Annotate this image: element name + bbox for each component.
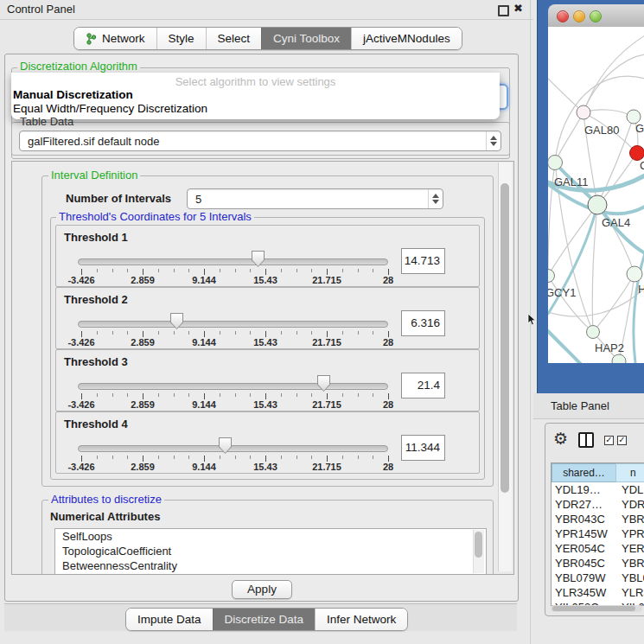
table-row[interactable]: YBL079W YBL0	[552, 571, 644, 585]
tab-discretize-data[interactable]: Discretize Data	[213, 609, 316, 630]
settings-scroll-pane: Interval Definition Number of Intervals …	[11, 161, 514, 575]
mouse-cursor	[527, 314, 537, 327]
tab-style[interactable]: Style	[156, 28, 206, 49]
network-view-window[interactable]: GAL80 GA C GAL11 GAL4 GCY1 H HAP2	[537, 0, 644, 393]
interval-definition-label: Interval Definition	[48, 169, 140, 182]
network-nodes	[548, 105, 644, 363]
list-item[interactable]: SelfLoops	[55, 529, 486, 544]
node-label: GAL4	[602, 216, 630, 229]
tick-label: 28	[383, 462, 393, 472]
node-gal4[interactable]	[588, 195, 607, 214]
cell-name: YER0	[622, 541, 644, 556]
tab-infer-network[interactable]: Infer Network	[315, 609, 407, 630]
vertical-scrollbar[interactable]	[498, 163, 512, 571]
tick-label: 15.43	[253, 462, 277, 472]
node-label: GCY1	[548, 286, 576, 299]
table-panel-title: Table Panel	[551, 399, 609, 412]
threshold-label: Threshold 3	[64, 355, 128, 368]
slider-track[interactable]	[78, 445, 388, 452]
screen: Control Panel ✖ Network Style Select Cyn…	[0, 0, 644, 644]
node-gal11[interactable]	[548, 156, 563, 170]
threshold-value-field[interactable]: 6.316	[401, 310, 445, 336]
vertical-scrollbar-thumb[interactable]	[501, 183, 509, 493]
tab-cyni-toolbox[interactable]: Cyni Toolbox	[261, 28, 351, 49]
float-window-icon[interactable]	[498, 5, 509, 16]
split-columns-icon[interactable]	[578, 432, 594, 448]
tick-label: -3.426	[67, 275, 94, 285]
dropdown-item-manual-discretization[interactable]: Manual Discretization	[13, 88, 133, 101]
table-row[interactable]: YLR345W YLR3	[552, 585, 644, 600]
list-item[interactable]: BetweennessCentrality	[55, 558, 486, 573]
column-header-name[interactable]: n	[615, 463, 644, 482]
node-gal80[interactable]	[577, 105, 590, 119]
network-canvas[interactable]: GAL80 GA C GAL11 GAL4 GCY1 H HAP2	[548, 27, 644, 363]
network-window-titlebar[interactable]	[548, 4, 644, 28]
node-table: shared… n YDL19… YDL1 YDR27… YDR2 YBR043…	[551, 462, 644, 606]
checkbox-icon[interactable]: ✓	[617, 436, 627, 445]
table-row[interactable]: YDR27… YDR2	[552, 497, 644, 512]
table-data-combobox[interactable]: galFiltered.sif default node	[19, 131, 501, 151]
dropdown-item-equal-width-frequency[interactable]: Equal Width/Frequency Discretization	[13, 102, 207, 115]
tab-impute-data[interactable]: Impute Data	[126, 609, 213, 630]
node-gcy1[interactable]	[548, 270, 555, 283]
threshold-value-field[interactable]: 14.713	[401, 248, 445, 274]
dropdown-placeholder: Select algorithm to view settings	[11, 75, 500, 88]
tick-label: 28	[383, 399, 393, 410]
list-scrollbar-thumb[interactable]	[475, 532, 482, 558]
attributes-group-label: Attributes to discretize	[48, 494, 164, 506]
cell-shared-name: YPR145W	[555, 526, 608, 541]
table-row[interactable]: YBR043C YBR0	[552, 512, 644, 526]
network-graph: GAL80 GA C GAL11 GAL4 GCY1 H HAP2	[548, 27, 644, 363]
slider-track[interactable]	[78, 321, 388, 328]
tick-label: 21.715	[312, 399, 341, 410]
checkbox-icon[interactable]: ✓	[604, 436, 614, 445]
node-label: GAL80	[584, 124, 619, 137]
node-hap2[interactable]	[587, 326, 600, 339]
column-header-shared-name[interactable]: shared…	[552, 463, 616, 482]
tab-select[interactable]: Select	[206, 28, 262, 49]
gear-icon[interactable]: ⚙	[553, 429, 568, 448]
slider-track[interactable]	[78, 258, 388, 265]
close-icon[interactable]: ✖	[513, 2, 523, 15]
close-traffic-light-icon[interactable]	[557, 10, 569, 22]
slider-track[interactable]	[78, 383, 388, 390]
apply-button[interactable]: Apply	[232, 580, 292, 599]
table-row[interactable]: YPR145W YPR1	[552, 526, 644, 541]
tab-label: Cyni Toolbox	[273, 32, 340, 45]
spinner-icon	[486, 131, 501, 150]
list-scrollbar[interactable]	[473, 530, 484, 573]
minimize-traffic-light-icon[interactable]	[573, 10, 585, 22]
node-selected-red[interactable]	[630, 146, 644, 161]
tick-label: 2.859	[131, 462, 155, 472]
number-of-intervals-combobox[interactable]: 5	[187, 188, 443, 209]
cell-name: YPR1	[622, 526, 644, 541]
tick-label: -3.426	[67, 337, 94, 348]
tick-label: 2.859	[131, 275, 155, 285]
table-row[interactable]: YER054C YER0	[552, 541, 644, 556]
control-panel-titlebar: Control Panel ✖	[0, 0, 533, 20]
algorithm-dropdown-popup: Select algorithm to view settings Manual…	[11, 73, 500, 119]
node-label: C	[640, 159, 644, 172]
tick-label: 9.144	[192, 337, 216, 348]
tab-network[interactable]: Network	[74, 28, 156, 49]
tab-label: Discretize Data	[225, 613, 304, 626]
table-row[interactable]: YBR045C YBR0	[552, 556, 644, 571]
tab-jactivemnodules[interactable]: jActiveMNodules	[351, 28, 462, 49]
threshold-value-field[interactable]: 11.344	[401, 435, 445, 461]
list-item[interactable]: TopologicalCoefficient	[55, 544, 486, 558]
node-labels: GAL80 GA C GAL11 GAL4 GCY1 H HAP2	[548, 122, 644, 354]
spinner-icon	[428, 189, 443, 208]
bottom-tabs: Impute Data Discretize Data Infer Networ…	[125, 608, 408, 631]
table-row[interactable]: YDL19… YDL1	[552, 482, 644, 497]
zoom-traffic-light-icon[interactable]	[590, 10, 602, 22]
horizontal-scrollbar[interactable]	[551, 605, 642, 612]
threshold-value-field[interactable]: 21.4	[401, 373, 445, 399]
tick-label: 21.715	[312, 337, 341, 348]
threshold-label: Threshold 1	[64, 231, 128, 244]
horizontal-scrollbar-thumb[interactable]	[552, 606, 635, 611]
numerical-attributes-list: SelfLoops TopologicalCoefficient Between…	[54, 528, 487, 575]
node-h[interactable]	[627, 266, 642, 282]
node-label: HAP2	[595, 341, 624, 354]
slider-major-ticks	[78, 269, 392, 275]
table-panel-titlebar: Table Panel	[533, 393, 644, 419]
